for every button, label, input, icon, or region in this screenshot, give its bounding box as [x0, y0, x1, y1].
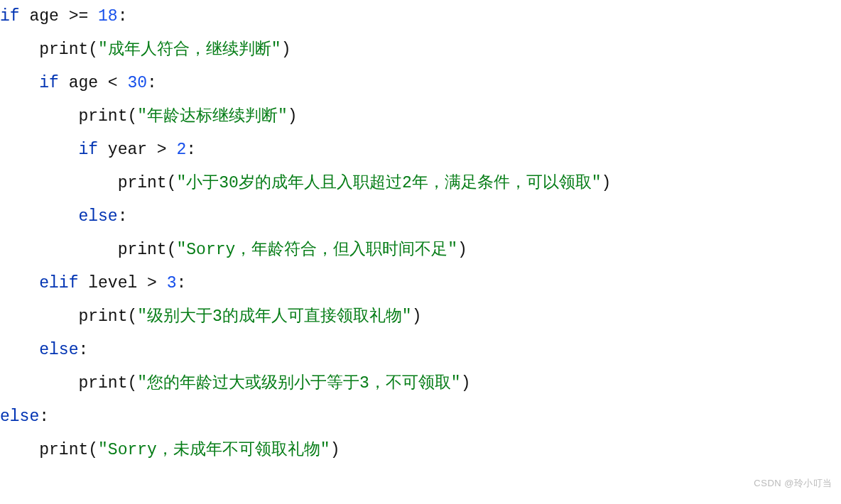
code-line: elif level > 3:: [0, 267, 841, 300]
token-colon: :: [118, 7, 128, 26]
token-paren: (: [167, 241, 177, 259]
token-num: 3: [167, 274, 177, 292]
token-func: print: [78, 307, 127, 326]
token-kw: else: [0, 407, 39, 426]
code-line: else:: [0, 400, 841, 434]
code-line: print("级别大于3的成年人可直接领取礼物"): [0, 300, 841, 334]
token-func: print: [118, 241, 167, 259]
code-line: else:: [0, 200, 841, 234]
code-line: print("Sorry，年龄符合，但入职时间不足"): [0, 234, 841, 267]
token-paren: ): [461, 374, 471, 393]
token-op: >=: [69, 7, 98, 26]
token-num: 30: [127, 74, 147, 92]
token-ident: level: [88, 274, 147, 292]
token-paren: ): [288, 107, 298, 126]
token-colon: :: [186, 141, 196, 159]
token-paren: (: [88, 40, 98, 59]
watermark-text: CSDN @玲小叮当: [754, 466, 832, 500]
token-kw: else: [78, 207, 117, 226]
code-line: if age < 30:: [0, 67, 841, 100]
token-colon: :: [176, 274, 186, 292]
code-line: print("您的年龄过大或级别小于等于3，不可领取"): [0, 367, 841, 400]
token-str: "年龄达标继续判断": [137, 107, 288, 126]
token-num: 18: [98, 7, 118, 26]
token-paren: (: [127, 107, 137, 126]
token-ident: year: [108, 141, 157, 159]
token-kw: elif: [39, 274, 88, 292]
code-line: else:: [0, 334, 841, 367]
token-op: >: [157, 141, 177, 159]
token-paren: (: [127, 374, 137, 393]
token-kw: if: [0, 7, 29, 26]
token-func: print: [39, 441, 88, 459]
token-func: print: [39, 40, 88, 59]
token-paren: (: [127, 307, 137, 326]
code-line: print("小于30岁的成年人且入职超过2年，满足条件，可以领取"): [0, 167, 841, 200]
token-op: >: [147, 274, 167, 292]
token-colon: :: [39, 407, 49, 426]
token-paren: ): [330, 441, 340, 459]
code-line: print("Sorry，未成年不可领取礼物"): [0, 434, 841, 467]
code-line: print("成年人符合，继续判断"): [0, 33, 841, 67]
token-ident: age: [29, 7, 68, 26]
token-str: "级别大于3的成年人可直接领取礼物": [137, 307, 411, 326]
token-str: "Sorry，未成年不可领取礼物": [98, 441, 330, 459]
token-colon: :: [147, 74, 157, 92]
token-paren: ): [281, 40, 291, 59]
token-paren: ): [412, 307, 422, 326]
token-str: "您的年龄过大或级别小于等于3，不可领取": [137, 374, 460, 393]
token-ident: age: [69, 74, 108, 92]
token-colon: :: [118, 207, 128, 226]
code-block: if age >= 18: print("成年人符合，继续判断") if age…: [0, 0, 841, 467]
token-str: "Sorry，年龄符合，但入职时间不足": [176, 241, 457, 259]
token-str: "成年人符合，继续判断": [98, 40, 281, 59]
code-line: if year > 2:: [0, 133, 841, 167]
token-str: "小于30岁的成年人且入职超过2年，满足条件，可以领取": [176, 174, 601, 192]
token-paren: (: [88, 441, 98, 459]
token-paren: (: [167, 174, 177, 192]
token-kw: if: [78, 141, 107, 159]
code-line: print("年龄达标继续判断"): [0, 100, 841, 133]
token-colon: :: [78, 341, 88, 359]
token-op: <: [108, 74, 128, 92]
token-paren: ): [457, 241, 467, 259]
token-kw: else: [39, 341, 78, 359]
code-line: if age >= 18:: [0, 0, 841, 33]
token-kw: if: [39, 74, 68, 92]
token-func: print: [78, 107, 127, 126]
token-func: print: [78, 374, 127, 393]
token-func: print: [118, 174, 167, 192]
token-num: 2: [176, 141, 186, 159]
token-paren: ): [601, 174, 611, 192]
